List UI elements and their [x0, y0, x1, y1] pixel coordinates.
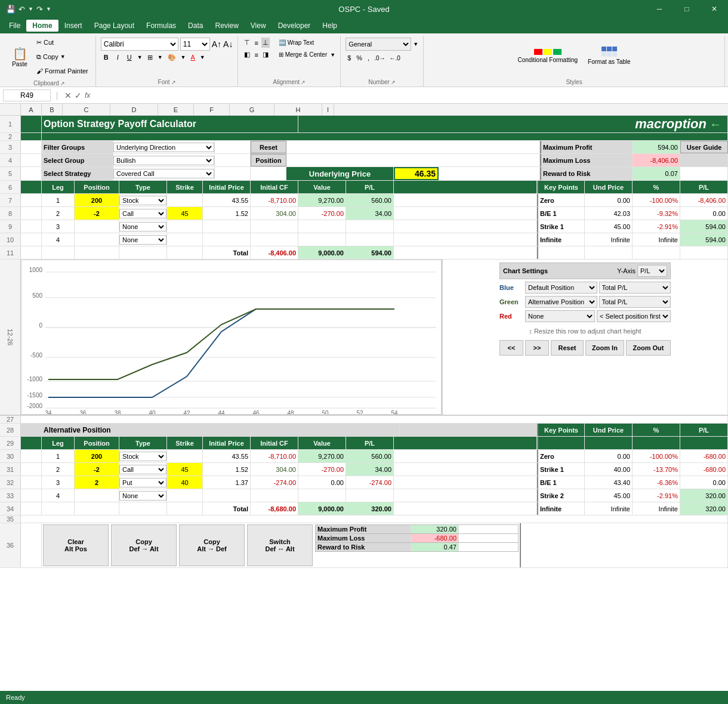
fill-color-button[interactable]: 🎨	[165, 53, 178, 62]
green-y-select[interactable]: Total P/L	[599, 296, 671, 308]
border-button[interactable]: ⊞	[145, 53, 155, 62]
underline-button[interactable]: U	[124, 53, 135, 62]
leg1-position[interactable]: 200	[75, 194, 119, 206]
menu-help[interactable]: Help	[316, 20, 343, 32]
col-G[interactable]: G	[230, 104, 274, 115]
percent-icon[interactable]: %	[354, 53, 364, 63]
number-format-select[interactable]: General	[346, 38, 411, 51]
decrease-decimal-icon[interactable]: ←.0	[388, 54, 401, 63]
leg2-strike[interactable]: 45	[167, 207, 203, 220]
col-H[interactable]: H	[274, 104, 322, 115]
undo-icon[interactable]: ↶	[18, 5, 25, 14]
align-center-icon[interactable]: ≡	[253, 50, 259, 60]
customize-icon[interactable]: ▼	[46, 6, 51, 12]
align-middle-icon[interactable]: ≡	[253, 38, 259, 48]
close-button[interactable]: ✕	[701, 0, 728, 18]
align-bottom-icon[interactable]: ⊥	[261, 38, 270, 48]
menu-page-layout[interactable]: Page Layout	[88, 20, 140, 32]
formula-input[interactable]	[93, 90, 725, 101]
copy-alt-def-button[interactable]: Copy Alt → Def	[179, 524, 245, 566]
menu-view[interactable]: View	[245, 20, 272, 32]
alt-leg2-type-select[interactable]: Call	[119, 465, 166, 474]
menu-file[interactable]: File	[3, 20, 26, 32]
font-color-dropdown[interactable]: ▼	[200, 54, 205, 60]
menu-formulas[interactable]: Formulas	[140, 20, 182, 32]
merge-dropdown[interactable]: ▼	[330, 52, 335, 58]
alt-leg2-position[interactable]: -2	[75, 463, 119, 475]
border-dropdown[interactable]: ▼	[158, 54, 163, 60]
align-right-icon[interactable]: ◨	[261, 50, 270, 60]
italic-button[interactable]: I	[114, 53, 122, 62]
merge-center-button[interactable]: ⊞ Merge & Center	[277, 50, 328, 59]
cell-reference-box[interactable]	[3, 89, 51, 101]
copy-def-alt-button[interactable]: Copy Def → Alt	[111, 524, 177, 566]
alt-leg3-type-select[interactable]: Put	[119, 478, 166, 487]
nav-next-button[interactable]: >>	[525, 340, 549, 356]
col-F[interactable]: F	[194, 104, 230, 115]
menu-review[interactable]: Review	[209, 20, 244, 32]
nav-zoom-in-button[interactable]: Zoom In	[585, 340, 624, 356]
underline-dropdown[interactable]: ▼	[137, 54, 143, 60]
select-strategy-select[interactable]: Covered Call	[113, 169, 214, 178]
col-B[interactable]: B	[42, 104, 63, 115]
font-color-button[interactable]: A	[188, 53, 197, 61]
menu-insert[interactable]: Insert	[58, 20, 88, 32]
underlying-price-value[interactable]: 46.35	[394, 167, 439, 180]
col-D[interactable]: D	[110, 104, 158, 115]
alt-leg4-type-select[interactable]: None	[119, 491, 166, 501]
alt-leg1-position[interactable]: 200	[75, 450, 119, 462]
comma-icon[interactable]: ,	[366, 53, 371, 63]
increase-font-icon[interactable]: A↑	[212, 39, 221, 49]
bold-button[interactable]: B	[101, 53, 112, 62]
minimize-button[interactable]: ─	[646, 0, 673, 18]
blue-position-select[interactable]: Default Position	[525, 282, 597, 294]
alignment-expand-icon[interactable]: ↗	[301, 79, 306, 85]
fill-color-dropdown[interactable]: ▼	[181, 54, 186, 60]
clear-alt-pos-button[interactable]: Clear Alt Pos	[43, 524, 109, 566]
reset-position-button2[interactable]: Position	[251, 154, 286, 166]
confirm-formula-icon[interactable]: ✓	[75, 91, 82, 100]
cut-button[interactable]: ✂ Cut	[34, 36, 91, 49]
col-E[interactable]: E	[158, 104, 194, 115]
nav-reset-button[interactable]: Reset	[551, 340, 584, 356]
leg3-type-select[interactable]: None	[119, 222, 166, 231]
maximize-button[interactable]: □	[673, 0, 701, 18]
format-as-table-button[interactable]: Format as Table	[584, 44, 634, 68]
menu-home[interactable]: Home	[26, 20, 58, 32]
green-position-select[interactable]: Alternative Position	[525, 296, 597, 308]
font-name-select[interactable]: Calibri	[101, 38, 178, 51]
wrap-text-button[interactable]: 🔤 Wrap Text	[277, 38, 315, 47]
insert-function-icon[interactable]: fx	[85, 91, 90, 100]
conditional-formatting-button[interactable]: Conditional Formatting	[514, 47, 581, 66]
decrease-font-icon[interactable]: A↓	[223, 39, 233, 49]
switch-def-button[interactable]: Switch Def ↔ Alt	[247, 524, 313, 566]
col-A[interactable]: A	[21, 104, 42, 115]
menu-data[interactable]: Data	[182, 20, 209, 32]
undo-dropdown-icon[interactable]: ▼	[28, 6, 33, 12]
number-format-dropdown[interactable]: ▼	[413, 41, 418, 47]
nav-prev-button[interactable]: <<	[499, 340, 523, 356]
align-left-icon[interactable]: ◧	[243, 50, 251, 60]
redo-icon[interactable]: ↷	[36, 5, 43, 14]
align-top-icon[interactable]: ⊤	[243, 38, 251, 48]
leg2-position[interactable]: -2	[75, 207, 119, 220]
save-icon[interactable]: 💾	[6, 5, 16, 14]
red-y-select[interactable]: < Select position first	[597, 310, 671, 322]
increase-decimal-icon[interactable]: .0→	[373, 54, 386, 63]
currency-icon[interactable]: $	[346, 53, 353, 63]
cancel-formula-icon[interactable]: ✕	[64, 91, 72, 100]
leg4-type-select[interactable]: None	[119, 235, 166, 245]
leg2-type-select[interactable]: Call	[119, 209, 166, 218]
reset-position-button[interactable]: Reset	[251, 141, 286, 153]
nav-zoom-out-button[interactable]: Zoom Out	[626, 340, 671, 356]
col-C[interactable]: C	[63, 104, 110, 115]
number-expand-icon[interactable]: ↗	[391, 79, 396, 85]
font-size-select[interactable]: 11	[180, 38, 210, 51]
alt-leg1-type-select[interactable]: Stock	[119, 452, 166, 461]
user-guide-button[interactable]: User Guide	[680, 141, 728, 153]
filter-groups-select[interactable]: Underlying Direction	[113, 143, 214, 152]
red-position-select[interactable]: None	[525, 310, 595, 322]
leg1-type-select[interactable]: Stock	[119, 196, 166, 205]
copy-button[interactable]: ⧉ Copy ▼	[34, 50, 91, 63]
clipboard-expand-icon[interactable]: ↗	[60, 81, 65, 87]
